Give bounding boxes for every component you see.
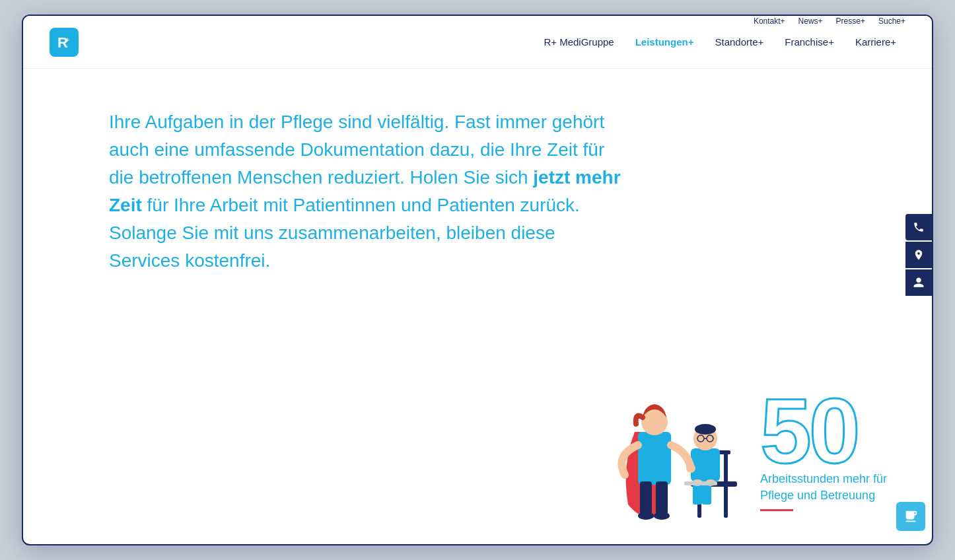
svg-rect-18 <box>684 481 717 485</box>
illustration-area: 50 Arbeitsstunden mehr für Pflege und Be… <box>595 346 892 531</box>
nav-top-suche[interactable]: Suche+ <box>878 17 905 26</box>
stat-text: Arbeitsstunden mehr für Pflege und Betre… <box>760 471 892 504</box>
navbar: R + Kontakt+ News+ Presse+ Suche+ R+ Med… <box>23 16 932 69</box>
nav-top-presse[interactable]: Presse+ <box>836 17 865 26</box>
svg-rect-5 <box>724 452 728 488</box>
svg-point-23 <box>638 512 654 520</box>
nav-link-franchise[interactable]: Franchise+ <box>775 31 843 53</box>
hero-text: Ihre Aufgaben in der Pflege sind vielfäl… <box>109 108 624 275</box>
nav-link-standorte[interactable]: Standorte+ <box>705 31 773 53</box>
svg-point-24 <box>654 512 670 520</box>
svg-rect-10 <box>691 448 720 481</box>
hero-text-plain: Ihre Aufgaben in der Pflege sind vielfäl… <box>109 112 604 188</box>
scroll-top-btn[interactable] <box>896 502 925 531</box>
nav-main-links: R+ MediGruppe Leistungen+ Standorte+ Fra… <box>534 31 905 53</box>
nav-link-leistungen[interactable]: Leistungen+ <box>626 31 703 53</box>
svg-rect-21 <box>640 481 652 514</box>
logo-area[interactable]: R + <box>50 28 79 57</box>
sidebar-icons <box>905 214 932 296</box>
nav-link-karriere[interactable]: Karriere+ <box>846 31 905 53</box>
phone-sidebar-btn[interactable] <box>905 214 932 240</box>
stat-area: 50 Arbeitsstunden mehr für Pflege und Be… <box>760 385 892 531</box>
hero-text-after: für Ihre Arbeit mit Patientinnen und Pat… <box>109 195 580 271</box>
svg-rect-22 <box>656 481 668 514</box>
nav-top-row: Kontakt+ News+ Presse+ Suche+ <box>754 17 905 26</box>
stat-number: 50 <box>760 385 858 477</box>
svg-point-12 <box>695 424 716 435</box>
svg-point-20 <box>686 464 695 473</box>
svg-rect-19 <box>638 432 671 485</box>
figure-container <box>595 346 767 531</box>
illustration-svg <box>595 346 767 531</box>
main-content: Ihre Aufgaben in der Pflege sind vielfäl… <box>23 69 932 544</box>
browser-window: R + Kontakt+ News+ Presse+ Suche+ R+ Med… <box>22 15 933 545</box>
svg-text:+: + <box>65 36 69 44</box>
nav-top-kontakt[interactable]: Kontakt+ <box>754 17 785 26</box>
nav-wrapper: Kontakt+ News+ Presse+ Suche+ R+ MediGru… <box>534 31 905 53</box>
location-sidebar-btn[interactable] <box>905 242 932 268</box>
logo-icon[interactable]: R + <box>50 28 79 57</box>
svg-rect-3 <box>724 485 728 518</box>
person-sidebar-btn[interactable] <box>905 269 932 296</box>
nav-top-news[interactable]: News+ <box>798 17 823 26</box>
nav-link-medigruppe[interactable]: R+ MediGruppe <box>534 31 623 53</box>
